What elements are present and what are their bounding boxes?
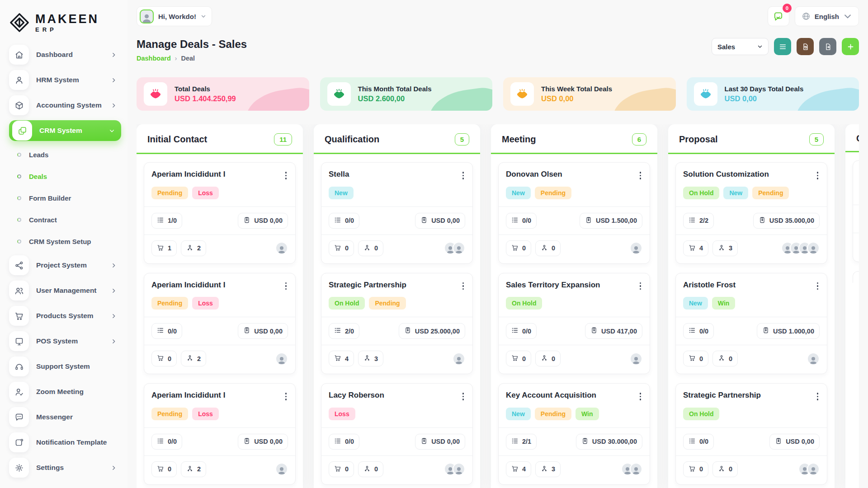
products-pill[interactable]: 1 bbox=[151, 240, 177, 256]
pipeline-select[interactable]: Sales bbox=[712, 38, 769, 55]
tasks-pill[interactable]: 0/0 bbox=[683, 434, 714, 450]
card-menu-button[interactable] bbox=[461, 281, 466, 292]
avatar[interactable] bbox=[275, 352, 288, 365]
card-menu-button[interactable] bbox=[284, 281, 288, 292]
deal-card[interactable]: Strategic PartnershipOn Hold0/0USD 0,000… bbox=[675, 383, 827, 485]
card-menu-button[interactable] bbox=[284, 170, 288, 181]
tasks-pill[interactable]: 0/0 bbox=[151, 323, 182, 339]
sidebar-item-crm-system[interactable]: CRM System bbox=[9, 120, 121, 141]
sidebar-item-zoom-meeting[interactable]: Zoom Meeting bbox=[9, 381, 123, 402]
sidebar-item-user-management[interactable]: User Management bbox=[9, 280, 123, 301]
card-menu-button[interactable] bbox=[284, 391, 288, 402]
deal-card[interactable]: Key Account AcquisitionNewPendingWin2/1U… bbox=[498, 383, 650, 485]
deal-value-pill[interactable]: USD 0,00 bbox=[238, 323, 288, 339]
breadcrumb-dashboard-link[interactable]: Dashboard bbox=[137, 55, 171, 62]
avatar[interactable] bbox=[275, 242, 288, 254]
sidebar-subitem-deals[interactable]: Deals bbox=[9, 167, 123, 185]
sidebar-item-settings[interactable]: Settings bbox=[9, 457, 123, 478]
tasks-pill[interactable]: 2/2 bbox=[683, 213, 714, 229]
tasks-pill[interactable]: 2/1 bbox=[506, 434, 537, 450]
users-pill[interactable]: 2 bbox=[181, 461, 206, 477]
brand-logo[interactable]: MAKEEN ERP bbox=[0, 0, 127, 38]
deal-value-pill[interactable]: USD 0,00 bbox=[415, 213, 465, 229]
deal-card[interactable]: StellaNew0/0USD 0,0000 bbox=[321, 162, 473, 264]
products-pill[interactable]: 4 bbox=[329, 351, 354, 366]
card-menu-button[interactable] bbox=[816, 391, 820, 402]
card-menu-button[interactable] bbox=[816, 170, 820, 181]
deal-value-pill[interactable]: USD 0,00 bbox=[238, 213, 288, 229]
card-menu-button[interactable] bbox=[461, 170, 466, 181]
sidebar-item-dashboard[interactable]: Dashboard bbox=[9, 44, 123, 65]
products-pill[interactable]: 0 bbox=[151, 461, 177, 477]
products-pill[interactable]: 0 bbox=[683, 351, 708, 366]
users-pill[interactable]: 2 bbox=[181, 351, 206, 366]
deal-value-pill[interactable]: USD 1.500,00 bbox=[580, 213, 642, 229]
add-deal-button[interactable] bbox=[842, 38, 859, 55]
deal-card[interactable]: Aristotle FrostNewWin0/0USD 1.000,0000 bbox=[675, 273, 827, 375]
list-view-button[interactable] bbox=[774, 38, 791, 55]
export-button[interactable] bbox=[819, 38, 836, 55]
products-pill[interactable]: 4 bbox=[506, 461, 531, 477]
sidebar-item-messenger[interactable]: Messenger bbox=[9, 407, 123, 427]
sidebar-item-project-system[interactable]: Project System bbox=[9, 255, 123, 276]
sidebar-item-pos-system[interactable]: POS System bbox=[9, 331, 123, 352]
users-pill[interactable]: 0 bbox=[712, 351, 738, 366]
deal-value-pill[interactable]: USD 0,00 bbox=[769, 434, 820, 450]
sidebar-subitem-crm-system-setup[interactable]: CRM System Setup bbox=[9, 232, 123, 250]
avatar[interactable] bbox=[453, 352, 465, 365]
avatar[interactable] bbox=[807, 352, 820, 365]
deal-card[interactable]: Donovan OlsenNewPending0/0USD 1.500,0000 bbox=[498, 162, 650, 264]
users-pill[interactable]: 0 bbox=[535, 351, 561, 366]
sidebar-item-products-system[interactable]: Products System bbox=[9, 305, 123, 326]
avatar[interactable] bbox=[630, 463, 642, 475]
sidebar-subitem-form-builder[interactable]: Form Builder bbox=[9, 189, 123, 207]
tasks-pill[interactable]: 1/0 bbox=[151, 213, 182, 229]
avatar[interactable] bbox=[807, 463, 820, 475]
card-menu-button[interactable] bbox=[638, 391, 643, 402]
users-pill[interactable]: 3 bbox=[535, 461, 561, 477]
deal-card[interactable]: VoluptasNew0/0USD 0,0000 bbox=[853, 160, 859, 262]
import-button[interactable] bbox=[797, 38, 814, 55]
deal-value-pill[interactable]: USD 35.000,00 bbox=[753, 213, 820, 229]
sidebar-item-notification-template[interactable]: Notification Template bbox=[9, 432, 123, 453]
tasks-pill[interactable]: 0/0 bbox=[506, 323, 537, 339]
deal-value-pill[interactable]: USD 0,00 bbox=[415, 434, 465, 450]
card-menu-button[interactable] bbox=[638, 281, 643, 292]
deal-value-pill[interactable]: USD 1.000,00 bbox=[757, 323, 820, 339]
tasks-pill[interactable]: 0/0 bbox=[506, 213, 537, 229]
tasks-pill[interactable]: 0/0 bbox=[329, 213, 359, 229]
card-menu-button[interactable] bbox=[638, 170, 643, 181]
sidebar-item-accounting-system[interactable]: Accounting System bbox=[9, 95, 123, 116]
deal-value-pill[interactable]: USD 25.000,00 bbox=[399, 323, 465, 339]
deal-value-pill[interactable]: USD 0,00 bbox=[238, 434, 288, 450]
products-pill[interactable]: 0 bbox=[683, 461, 708, 477]
card-menu-button[interactable] bbox=[461, 391, 466, 402]
language-select[interactable]: English bbox=[795, 6, 859, 26]
products-pill[interactable]: 0 bbox=[151, 351, 177, 366]
tasks-pill[interactable]: 2/0 bbox=[329, 323, 359, 339]
products-pill[interactable]: 0 bbox=[329, 461, 354, 477]
sidebar-item-support-system[interactable]: Support System bbox=[9, 356, 123, 377]
products-pill[interactable]: 0 bbox=[506, 351, 531, 366]
avatar[interactable] bbox=[630, 242, 642, 254]
products-pill[interactable]: 0 bbox=[506, 240, 531, 256]
users-pill[interactable]: 2 bbox=[181, 240, 206, 256]
deal-card[interactable]: Strategic PartnershipOn HoldPending2/0US… bbox=[321, 273, 473, 375]
sidebar-subitem-contract[interactable]: Contract bbox=[9, 211, 123, 229]
deal-value-pill[interactable]: USD 30.000,00 bbox=[576, 434, 642, 450]
deal-card[interactable]: Aperiam Incididunt IPendingLoss0/0USD 0,… bbox=[144, 383, 296, 485]
avatar[interactable] bbox=[807, 242, 820, 254]
sidebar-item-hrm-system[interactable]: HRM System bbox=[9, 70, 123, 90]
users-pill[interactable]: 3 bbox=[712, 240, 738, 256]
avatar[interactable] bbox=[453, 463, 465, 475]
products-pill[interactable]: 4 bbox=[683, 240, 708, 256]
tasks-pill[interactable]: 0/0 bbox=[329, 434, 359, 450]
sidebar-subitem-leads[interactable]: Leads bbox=[9, 145, 123, 164]
user-menu[interactable]: Hi, Workdo! bbox=[137, 6, 212, 26]
notifications-button[interactable]: 0 bbox=[768, 6, 789, 26]
deal-card[interactable]: Aperiam Incididunt IPendingLoss0/0USD 0,… bbox=[144, 273, 296, 375]
users-pill[interactable]: 3 bbox=[358, 351, 383, 366]
users-pill[interactable]: 0 bbox=[535, 240, 561, 256]
users-pill[interactable]: 0 bbox=[712, 461, 738, 477]
deal-card[interactable]: Aperiam Incididunt IPendingLoss1/0USD 0,… bbox=[144, 162, 296, 264]
